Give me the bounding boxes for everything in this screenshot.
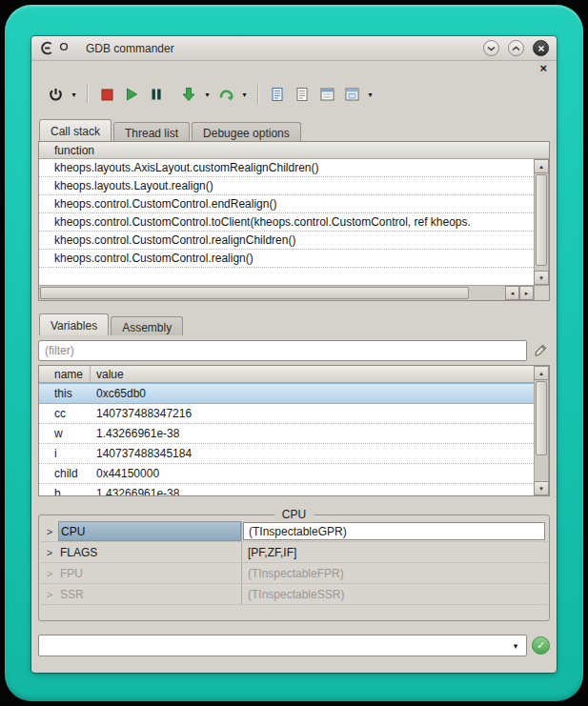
variable-value: 1.43266961e-38 [91,427,179,440]
inspector-tabs: Variables Assembly [31,313,557,335]
scroll-up-icon[interactable]: ▴ [534,159,549,173]
maximize-button[interactable] [508,40,524,56]
register-group-value: (TInspectableSSR) [241,584,547,604]
check-icon: ✓ [537,639,545,652]
call-stack-vscrollbar[interactable]: ▴ ▾ [534,159,549,285]
variable-value: 0x44150000 [91,467,159,480]
variable-value: 140737488345184 [91,447,192,460]
expander-icon[interactable]: > [41,563,58,583]
filter-input[interactable] [38,340,527,361]
cpu-row-selected[interactable]: > CPU (TInspectableGPR) [41,521,547,542]
close-button[interactable] [533,40,549,56]
value-column-header[interactable]: value [91,368,124,381]
stop-icon [100,88,114,102]
step-into-icon [181,87,196,102]
scroll-down-icon[interactable]: ▾ [534,271,549,285]
vscroll-handle[interactable] [536,174,547,266]
send-command-button[interactable]: ✓ [532,636,550,655]
step-into-caret[interactable]: ▾ [201,82,213,107]
pen-icon[interactable] [531,341,550,360]
desktop: GDB commander × [0,0,588,706]
register-group-name: SSR [58,584,241,604]
gdb-command-input[interactable] [40,636,505,655]
name-column-header[interactable]: name [39,366,91,382]
expander-icon[interactable]: > [41,542,58,562]
step-into-button[interactable] [176,82,201,107]
tab-assembly[interactable]: Assembly [111,316,183,335]
tab-thread-list[interactable]: Thread list [113,122,190,141]
new-window-icon [344,87,360,102]
app-icon [39,41,54,56]
pause-icon [150,88,163,101]
register-group-value: [PF,ZF,IF] [241,542,547,562]
call-stack-hscrollbar[interactable]: ◂ ▸ [39,285,549,300]
variables-rows: this 0xc65db0 cc 140737488347216 w 1.432… [39,383,534,495]
watch-window-button[interactable] [314,82,339,107]
run-button[interactable] [119,82,144,107]
call-stack-header[interactable]: function [39,142,549,159]
continue-caret[interactable]: ▾ [238,82,251,107]
new-window-button[interactable] [339,82,364,107]
call-stack-row[interactable]: kheops.control.CustomControl.realign() [39,250,534,268]
scroll-up-icon[interactable]: ▴ [534,366,549,380]
hscroll-handle[interactable] [40,287,469,299]
variables-header[interactable]: name value [39,366,534,383]
variable-value: 1.43266961e-38 [91,487,179,495]
variable-row[interactable]: child 0x44150000 [39,464,534,484]
register-group-name: FPU [58,563,241,583]
call-stack-list: function kheops.layouts.AxisLayout.custo… [38,141,550,301]
cpu-row-disabled[interactable]: > FPU (TInspectableFPR) [41,563,547,584]
variable-row[interactable]: i 140737488345184 [39,444,534,464]
document-list-button[interactable] [290,82,314,107]
window-menu-caret[interactable]: ▾ [364,82,376,107]
document-icon [270,87,285,102]
register-value-editor[interactable]: (TInspectableGPR) [243,522,545,540]
call-stack-row[interactable]: kheops.layouts.Layout.realign() [39,177,534,195]
combo-dropdown-icon[interactable]: ▾ [508,638,523,653]
stop-button[interactable] [94,82,119,107]
pause-button[interactable] [144,82,169,107]
continue-icon [218,87,234,103]
variables-vscrollbar[interactable]: ▴ ▾ [534,366,549,495]
vscroll-handle[interactable] [536,381,547,455]
register-group-name: CPU [58,521,241,541]
tab-variables[interactable]: Variables [39,313,109,335]
tab-debugee-options[interactable]: Debugee options [192,122,301,141]
continue-button[interactable] [213,82,238,107]
scroll-right-icon[interactable]: ▸ [519,286,534,300]
expander-icon[interactable]: > [41,584,58,604]
function-column-header[interactable]: function [39,144,94,157]
toolbar-separator [257,85,258,104]
call-stack-row[interactable]: kheops.control.CustomControl.realignChil… [39,232,534,250]
gdb-command-combo[interactable]: ▾ [38,635,527,656]
cpu-row[interactable]: > FLAGS [PF,ZF,IF] [41,542,547,563]
power-button[interactable] [43,82,68,107]
variable-row[interactable]: b 1.43266961e-38 [39,484,534,495]
dock-close-icon[interactable]: × [539,62,547,75]
call-stack-rows: kheops.layouts.AxisLayout.customRealignC… [39,159,534,285]
variable-value: 0xc65db0 [91,387,146,400]
stack-tabs: Call stack Thread list Debugee options [31,119,557,141]
variable-name: child [39,467,91,480]
register-group-value-cell: (TInspectableGPR) [241,521,547,541]
variable-row[interactable]: w 1.43266961e-38 [39,424,534,444]
call-stack-row[interactable]: kheops.control.CustomControl.endRealign(… [39,195,534,213]
cpu-row-disabled[interactable]: > SSR (TInspectableSSR) [41,584,547,605]
variable-row-selected[interactable]: this 0xc65db0 [39,383,534,404]
scroll-left-icon[interactable]: ◂ [505,286,519,300]
variable-name: this [39,387,91,400]
titlebar[interactable]: GDB commander [31,36,557,61]
command-row: ▾ ✓ [38,635,550,656]
shade-button[interactable] [483,40,499,56]
power-menu-caret[interactable]: ▾ [68,82,80,107]
call-stack-row[interactable]: kheops.control.CustomControl.toClient(kh… [39,213,534,232]
variable-row[interactable]: cc 140737488347216 [39,404,534,424]
expander-icon[interactable]: > [41,521,58,541]
filter-row [38,340,550,361]
variables-table: name value this 0xc65db0 cc 140737488347… [38,365,550,496]
call-stack-row[interactable]: kheops.layouts.AxisLayout.customRealignC… [39,159,534,177]
cpu-group-title: CPU [274,508,314,521]
scroll-down-icon[interactable]: ▾ [534,481,549,495]
document-button[interactable] [265,82,290,107]
tab-call-stack[interactable]: Call stack [39,119,112,141]
